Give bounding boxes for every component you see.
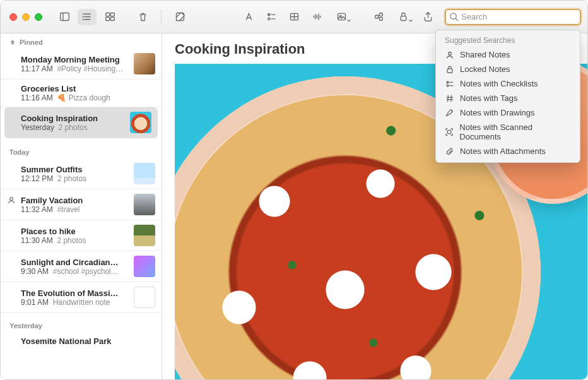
note-subtitle: 11:16 AM 🍕 Pizza dough xyxy=(21,93,155,102)
note-title: The Evolution of Massi… xyxy=(21,288,129,298)
note-title: Family Vacation xyxy=(21,196,129,205)
svg-rect-32 xyxy=(401,16,406,21)
lock-icon xyxy=(445,64,454,74)
note-thumbnail xyxy=(134,287,155,308)
note-thumbnail xyxy=(134,163,155,184)
search-field-wrap xyxy=(445,9,581,25)
suggest-label: Notes with Scanned Documents xyxy=(459,122,571,141)
note-title: Groceries List xyxy=(21,84,155,93)
note-row[interactable]: Groceries List 11:16 AM 🍕 Pizza dough xyxy=(1,80,162,107)
note-row[interactable]: Family Vacation 11:32 AM #travel xyxy=(1,189,162,220)
suggest-label: Notes with Drawings xyxy=(460,108,535,117)
svg-rect-9 xyxy=(110,13,114,16)
svg-point-5 xyxy=(83,14,83,15)
svg-rect-10 xyxy=(105,17,109,20)
svg-line-30 xyxy=(378,15,380,16)
svg-point-15 xyxy=(268,18,269,20)
new-note-button[interactable] xyxy=(170,9,189,25)
lock-button[interactable] xyxy=(392,9,415,25)
note-row[interactable]: Summer Outfits 12:12 PM 2 photos xyxy=(1,158,162,189)
link-button[interactable] xyxy=(369,9,388,25)
note-subtitle: 11:30 AM 2 photos xyxy=(21,236,129,245)
toggle-sidebar-button[interactable] xyxy=(55,9,74,25)
note-thumbnail xyxy=(134,225,155,246)
note-row[interactable]: Yosemite National Park xyxy=(1,332,162,350)
svg-point-6 xyxy=(83,16,83,17)
note-title: Yosemite National Park xyxy=(21,336,155,346)
suggest-locked-notes[interactable]: Locked Notes xyxy=(438,62,577,76)
svg-point-35 xyxy=(10,198,13,201)
section-label: Today xyxy=(9,148,30,156)
note-row[interactable]: Monday Morning Meeting 11:17 AM #Policy … xyxy=(1,49,162,80)
delete-note-button[interactable] xyxy=(133,9,152,25)
chevron-down-icon xyxy=(408,18,413,23)
note-row-selected[interactable]: Cooking Inspiration Yesterday 2 photos xyxy=(4,107,158,138)
svg-line-34 xyxy=(456,18,458,21)
format-group xyxy=(239,9,353,25)
suggest-label: Shared Notes xyxy=(460,50,510,59)
suggest-shared-notes[interactable]: Shared Notes xyxy=(438,47,577,62)
view-switcher xyxy=(55,9,119,25)
note-title: Places to hike xyxy=(21,227,129,236)
note-thumbnail xyxy=(134,53,155,74)
suggested-searches-popover: Suggested Searches Shared Notes Locked N… xyxy=(435,30,580,163)
note-subtitle: 11:32 AM #travel xyxy=(21,205,129,214)
suggest-drawings[interactable]: Notes with Drawings xyxy=(438,105,577,120)
suggest-tags[interactable]: Notes with Tags xyxy=(438,91,577,105)
suggest-label: Notes with Tags xyxy=(460,93,518,103)
window-controls xyxy=(9,13,42,21)
note-title: Cooking Inspiration xyxy=(21,114,125,123)
note-subtitle: Yesterday 2 photos xyxy=(21,123,125,132)
svg-line-31 xyxy=(378,17,380,18)
table-button[interactable] xyxy=(285,9,303,25)
zoom-window-button[interactable] xyxy=(35,13,42,21)
svg-rect-11 xyxy=(110,17,114,20)
checklist-icon xyxy=(445,79,454,88)
note-row[interactable]: The Evolution of Massi… 9:01 AM Handwrit… xyxy=(1,282,162,313)
notes-list[interactable]: Pinned Monday Morning Meeting 11:17 AM #… xyxy=(1,33,162,379)
list-view-button[interactable] xyxy=(78,9,97,25)
checklist-button[interactable] xyxy=(262,9,281,25)
search-icon xyxy=(449,12,459,21)
note-row[interactable]: Sunlight and Circadian… 9:30 AM #school … xyxy=(1,251,162,282)
minimize-window-button[interactable] xyxy=(22,13,30,21)
svg-point-29 xyxy=(379,17,382,20)
close-window-button[interactable] xyxy=(9,13,17,21)
note-subtitle: 12:12 PM 2 photos xyxy=(21,174,129,183)
svg-rect-8 xyxy=(105,13,109,16)
svg-point-40 xyxy=(447,85,449,86)
svg-line-42 xyxy=(447,95,448,102)
note-row[interactable]: Places to hike 11:30 AM 2 photos xyxy=(1,220,162,251)
suggest-heading: Suggested Searches xyxy=(438,34,577,47)
note-title: Monday Morning Meeting xyxy=(21,55,129,64)
chevron-down-icon xyxy=(346,18,351,23)
svg-point-27 xyxy=(375,15,378,18)
tag-icon xyxy=(445,93,454,103)
suggest-scanned[interactable]: Notes with Scanned Documents xyxy=(438,120,577,144)
suggest-checklists[interactable]: Notes with Checklists xyxy=(438,76,577,91)
media-button[interactable] xyxy=(330,9,353,25)
share-button[interactable] xyxy=(418,9,437,25)
format-text-button[interactable] xyxy=(239,9,258,25)
svg-point-28 xyxy=(379,13,382,16)
pin-icon xyxy=(9,39,16,45)
section-header-yesterday: Yesterday xyxy=(1,313,162,332)
svg-line-43 xyxy=(450,95,451,102)
audio-button[interactable] xyxy=(307,9,326,25)
scan-icon xyxy=(445,128,454,137)
note-thumbnail xyxy=(134,194,155,215)
section-header-pinned: Pinned xyxy=(1,33,162,49)
drawing-icon xyxy=(445,108,454,117)
svg-rect-37 xyxy=(447,69,452,73)
gallery-view-button[interactable] xyxy=(100,9,119,25)
search-input[interactable] xyxy=(461,12,576,21)
suggest-attachments[interactable]: Notes with Attachments xyxy=(438,144,577,158)
share-group xyxy=(369,9,437,25)
suggest-label: Notes with Attachments xyxy=(460,146,546,156)
suggest-label: Locked Notes xyxy=(460,64,510,74)
svg-line-46 xyxy=(450,109,452,111)
toolbar-separator xyxy=(161,10,162,24)
search-field[interactable] xyxy=(445,9,581,25)
svg-rect-47 xyxy=(448,130,451,133)
section-label: Yesterday xyxy=(9,322,42,330)
